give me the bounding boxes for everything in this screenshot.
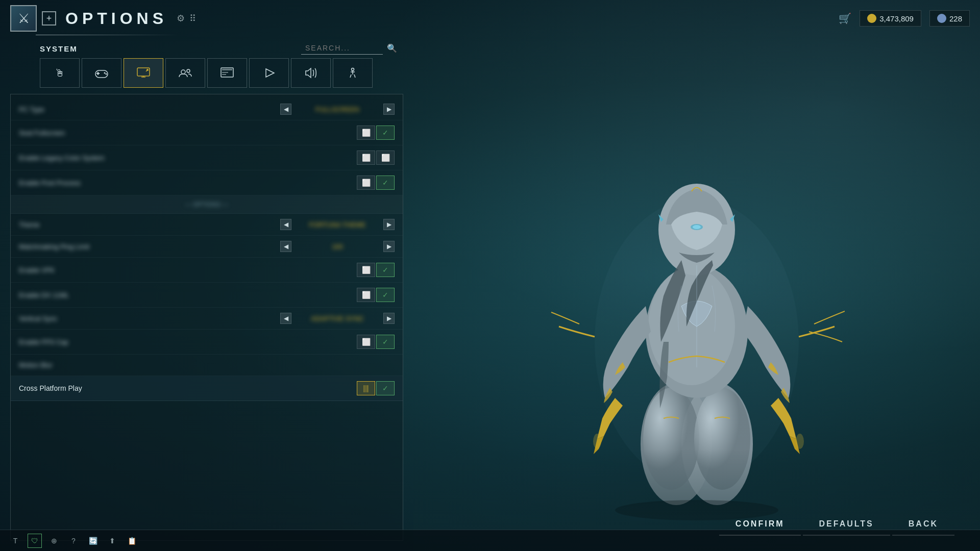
setting3-toggle: ⬜ ⬜ (357, 151, 395, 165)
vsync-value: ADAPTIVE SYNC (291, 315, 383, 322)
dx11-toggle: ⬜ ✓ (357, 288, 395, 302)
tab-controller[interactable] (82, 58, 121, 88)
cross-platform-label: Cross Platform Play (19, 384, 357, 392)
tab-gameplay[interactable] (249, 58, 289, 88)
credits-icon (867, 14, 876, 23)
setting3-label: Enable Legacy Color System (19, 154, 357, 162)
vpk-off[interactable]: ⬜ (357, 263, 375, 277)
tab-social[interactable] (165, 58, 205, 88)
setting2-toggle: ⬜ ✓ (357, 126, 395, 140)
credits-badge: 3,473,809 (860, 10, 921, 27)
toolbar-icon-upload[interactable]: ⬆ (105, 534, 119, 548)
cross-platform-toggle: ||| ✓ (357, 381, 395, 395)
dx11-on[interactable]: ✓ (376, 288, 395, 302)
svg-rect-12 (222, 74, 226, 75)
top-bar: ⚔ + OPTIONS ⚙ ⠿ 🔍 🛒 3,473,809 228 (0, 0, 980, 37)
toolbar-icon-t[interactable]: T (8, 534, 22, 548)
cross-platform-on[interactable]: ✓ (376, 381, 395, 395)
vpk-label: Enable VPK (19, 266, 357, 274)
svg-point-4 (106, 73, 107, 75)
page-title: OPTIONS (65, 9, 167, 28)
search-icon[interactable]: 🔍 (387, 43, 397, 53)
svg-rect-10 (222, 69, 232, 70)
svg-point-19 (694, 388, 750, 490)
setting4-label: Enable Post Process (19, 179, 357, 187)
cart-icon[interactable]: 🛒 (839, 12, 851, 24)
matchmaking-value: 100 (291, 243, 383, 251)
logo-area: ⚔ + OPTIONS ⚙ ⠿ (10, 5, 197, 32)
theme-left-arrow[interactable]: ◀ (280, 219, 291, 230)
pc-type-label: PC Type (19, 106, 280, 113)
character-silhouette (549, 112, 845, 531)
setting-row-pc-type: PC Type ◀ FULLSCREEN ▶ (11, 98, 403, 120)
setting-row-4: Enable Post Process ⬜ ✓ (11, 170, 403, 195)
pc-type-right-arrow[interactable]: ▶ (383, 104, 395, 115)
character-area (413, 77, 980, 551)
bottom-toolbar: T 🛡 ⊕ ? 🔄 ⬆ 📋 (0, 530, 980, 551)
svg-point-8 (187, 69, 190, 72)
toolbar-icon-clipboard[interactable]: 📋 (125, 534, 139, 548)
pc-type-left-arrow[interactable]: ◀ (280, 104, 291, 115)
setting-row-cross-platform: Cross Platform Play ||| ✓ (11, 376, 403, 401)
toggle4-on[interactable]: ✓ (376, 176, 395, 190)
svg-point-7 (181, 70, 185, 74)
fpscap-label: Enable FPS Cap (19, 338, 357, 346)
search-input[interactable] (301, 42, 383, 55)
credits-value: 3,473,809 (879, 14, 914, 23)
svg-marker-13 (266, 69, 274, 77)
toggle4-off[interactable]: ⬜ (357, 176, 375, 190)
svg-point-14 (352, 68, 354, 71)
matchmaking-right[interactable]: ▶ (383, 241, 395, 252)
vsync-left[interactable]: ◀ (280, 313, 291, 324)
dx11-label: Enable DX 11ML (19, 291, 357, 299)
svg-point-25 (593, 434, 601, 449)
svg-rect-2 (96, 73, 100, 74)
setting2-label: Seat Fullscreen (19, 129, 357, 137)
setting-row-vpk: Enable VPK ⬜ ✓ (11, 258, 403, 283)
theme-value: FORTUNA THEME (291, 221, 383, 229)
vpk-on[interactable]: ✓ (376, 263, 395, 277)
motionblur-label: Motion Blur (19, 361, 395, 369)
vpk-toggle: ⬜ ✓ (357, 263, 395, 277)
matchmaking-left[interactable]: ◀ (280, 241, 291, 252)
fpscap-on[interactable]: ✓ (376, 335, 395, 349)
tab-display[interactable] (124, 58, 163, 88)
toggle-off-btn[interactable]: ⬜ (357, 126, 375, 140)
setting-row-fpscap: Enable FPS Cap ⬜ ✓ (11, 330, 403, 355)
setting-row-dx11: Enable DX 11ML ⬜ ✓ (11, 283, 403, 308)
tab-accessibility[interactable] (333, 58, 373, 88)
platinum-value: 228 (949, 14, 962, 23)
toolbar-icon-help[interactable]: ? (66, 534, 81, 548)
dx11-off[interactable]: ⬜ (357, 288, 375, 302)
toolbar-icon-refresh[interactable]: 🔄 (86, 534, 100, 548)
platinum-badge: 228 (929, 10, 970, 27)
tab-interface[interactable] (207, 58, 247, 88)
tab-mouse[interactable]: 🖱 (40, 58, 80, 88)
svg-rect-11 (222, 72, 228, 73)
title-decoration: ⚙ ⠿ (177, 13, 197, 24)
plus-button[interactable]: + (42, 11, 56, 26)
main-content: SYSTEM 🖱 (0, 38, 980, 551)
fpscap-toggle: ⬜ ✓ (357, 335, 395, 349)
fpscap-off[interactable]: ⬜ (357, 335, 375, 349)
setting-row-2: Seat Fullscreen ⬜ ✓ (11, 120, 403, 145)
toggle3-off[interactable]: ⬜ (357, 151, 375, 165)
vsync-right[interactable]: ▶ (383, 313, 395, 324)
theme-right-arrow[interactable]: ▶ (383, 219, 395, 230)
setting-row-vsync: Vertical Sync ◀ ADAPTIVE SYNC ▶ (11, 308, 403, 330)
setting-row-theme: Theme ◀ FORTUNA THEME ▶ (11, 214, 403, 236)
toggle3-on[interactable]: ⬜ (376, 151, 395, 165)
setting-row-3: Enable Legacy Color System ⬜ ⬜ (11, 145, 403, 170)
cross-platform-off[interactable]: ||| (357, 381, 375, 395)
tab-audio[interactable] (291, 58, 331, 88)
theme-label: Theme (19, 221, 280, 229)
toolbar-icon-target[interactable]: ⊕ (47, 534, 61, 548)
setting4-toggle: ⬜ ✓ (357, 176, 395, 190)
left-panel: SYSTEM 🖱 (0, 38, 413, 551)
toolbar-icon-shield[interactable]: 🛡 (28, 534, 42, 548)
vsync-label: Vertical Sync (19, 315, 280, 322)
avatar[interactable]: ⚔ (10, 5, 37, 32)
settings-area: PC Type ◀ FULLSCREEN ▶ Seat Fullscreen ⬜… (10, 94, 403, 541)
svg-point-24 (693, 225, 701, 229)
toggle-on-btn[interactable]: ✓ (376, 126, 395, 140)
